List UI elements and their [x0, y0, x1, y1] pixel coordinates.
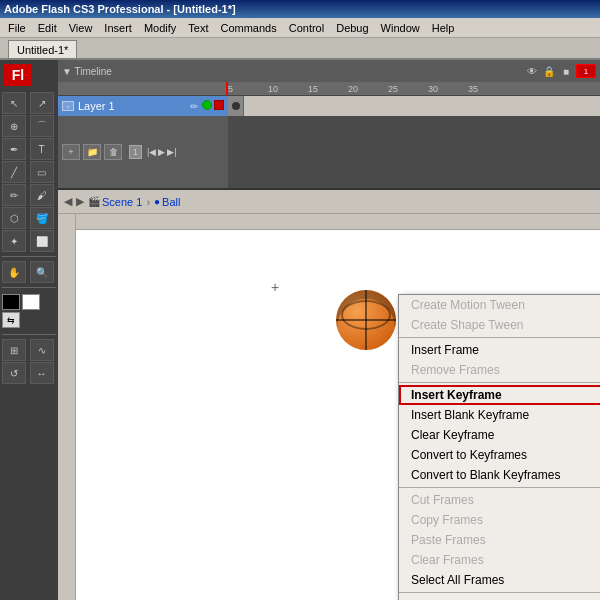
ctx-select-all-frames[interactable]: Select All Frames [399, 570, 600, 590]
ctx-remove-frames[interactable]: Remove Frames [399, 360, 600, 380]
edit-layer-icon[interactable]: ✏ [188, 100, 200, 112]
ctx-convert-to-blank-keyframes[interactable]: Convert to Blank Keyframes [399, 465, 600, 485]
timeline-bottom: + 📁 🗑 1 |◀ ▶ ▶| [58, 116, 600, 188]
scale-tool[interactable]: ↔ [30, 362, 54, 384]
object-link[interactable]: ● Ball [154, 196, 180, 208]
subselect-tool[interactable]: ↗ [30, 92, 54, 114]
frames-empty-area [228, 116, 600, 188]
select-tool[interactable]: ↖ [2, 92, 26, 114]
paint-bucket-tool[interactable]: 🪣 [30, 207, 54, 229]
vertical-ruler [58, 214, 76, 600]
view-tools: ✋ 🔍 [0, 259, 58, 285]
timeline-bottom-controls: + 📁 🗑 1 |◀ ▶ ▶| [58, 116, 228, 188]
ctx-convert-to-keyframes[interactable]: Convert to Keyframes [399, 445, 600, 465]
timeline-ruler: 5 10 15 20 25 30 35 [58, 82, 600, 96]
menu-edit[interactable]: Edit [32, 20, 63, 36]
swap-colors[interactable]: ⇆ [2, 312, 20, 328]
ctx-copy-motion[interactable]: Copy Motion [399, 595, 600, 600]
ctx-clear-frames[interactable]: Clear Frames [399, 550, 600, 570]
fl-logo: Fl [4, 64, 32, 86]
play-btn[interactable]: ▶ [158, 147, 165, 157]
eyedropper-tool[interactable]: ✦ [2, 230, 26, 252]
menu-file[interactable]: File [2, 20, 32, 36]
keyframe-cell[interactable] [228, 96, 244, 116]
fill-color[interactable] [22, 294, 40, 310]
timeline-icons: 👁 🔒 ■ 1 [525, 64, 596, 78]
ruler-mark: 5 [228, 84, 268, 94]
layer-controls: ✏ [188, 100, 224, 112]
ctx-create-motion-tween[interactable]: Create Motion Tween [399, 295, 600, 315]
scene-name: Scene 1 [102, 196, 142, 208]
ctx-sep-1 [399, 337, 600, 338]
eraser-tool[interactable]: ⬜ [30, 230, 54, 252]
prev-frame-btn[interactable]: |◀ [147, 147, 156, 157]
smooth-tool[interactable]: ∿ [30, 339, 54, 361]
lock-icon[interactable]: 🔒 [542, 64, 556, 78]
ctx-clear-keyframe[interactable]: Clear Keyframe [399, 425, 600, 445]
menu-view[interactable]: View [63, 20, 99, 36]
ctx-create-shape-tween[interactable]: Create Shape Tween [399, 315, 600, 335]
outline-layer-btn[interactable] [214, 100, 224, 110]
menu-commands[interactable]: Commands [214, 20, 282, 36]
eye-icon[interactable]: 👁 [525, 64, 539, 78]
content-area: ▼ Timeline 👁 🔒 ■ 1 5 10 15 20 25 [58, 60, 600, 600]
add-folder-btn[interactable]: 📁 [83, 144, 101, 160]
text-tool[interactable]: T [30, 138, 54, 160]
lock-layer-btn[interactable] [202, 100, 212, 110]
ctx-insert-keyframe[interactable]: Insert Keyframe [399, 385, 600, 405]
lasso-tool[interactable]: ⌒ [30, 115, 54, 137]
delete-layer-btn[interactable]: 🗑 [104, 144, 122, 160]
timeline-label: ▼ Timeline [62, 66, 112, 77]
menu-control[interactable]: Control [283, 20, 330, 36]
back-btn[interactable]: ◀ [64, 195, 72, 208]
basketball [336, 290, 396, 350]
pencil-tool[interactable]: ✏ [2, 184, 26, 206]
pen-tool[interactable]: ✒ [2, 138, 26, 160]
main-layout: Fl ↖ ↗ ⊕ ⌒ ✒ T ╱ ▭ ✏ 🖌 ⬡ 🪣 ✦ ⬜ ✋ [0, 60, 600, 600]
menu-text[interactable]: Text [182, 20, 214, 36]
toolbar-divider-1 [2, 256, 56, 257]
title-text: Adobe Flash CS3 Professional - [Untitled… [4, 3, 236, 15]
frame-counter: 1 [129, 147, 142, 157]
document-tab[interactable]: Untitled-1* [8, 40, 77, 58]
timeline-layer-row: ▫ Layer 1 ✏ [58, 96, 600, 116]
ctx-insert-blank-keyframe[interactable]: Insert Blank Keyframe [399, 405, 600, 425]
rect-tool[interactable]: ▭ [30, 161, 54, 183]
ctx-sep-4 [399, 592, 600, 593]
stroke-color[interactable] [2, 294, 20, 310]
free-transform-tool[interactable]: ⊕ [2, 115, 26, 137]
frame-indicator[interactable]: 1 [576, 64, 596, 78]
layer-frames[interactable] [228, 96, 600, 116]
canvas-area: + Create Motion Tween Create Shape Tween… [58, 214, 600, 600]
hand-tool[interactable]: ✋ [2, 261, 26, 283]
layer-name: Layer 1 [78, 100, 115, 112]
ctx-sep-3 [399, 487, 600, 488]
snap-tool[interactable]: ⊞ [2, 339, 26, 361]
breadcrumb-sep: › [146, 196, 150, 208]
toolbar-divider-3 [2, 334, 56, 335]
scene-bar: ◀ ▶ 🎬 Scene 1 › ● Ball [58, 190, 600, 214]
line-tool[interactable]: ╱ [2, 161, 26, 183]
new-layer-btn[interactable]: + [62, 144, 80, 160]
brush-tool[interactable]: 🖌 [30, 184, 54, 206]
zoom-tool[interactable]: 🔍 [30, 261, 54, 283]
ink-bottle-tool[interactable]: ⬡ [2, 207, 26, 229]
ctx-cut-frames[interactable]: Cut Frames [399, 490, 600, 510]
rotate-tool[interactable]: ↺ [2, 362, 26, 384]
ctx-insert-frame[interactable]: Insert Frame [399, 340, 600, 360]
ctx-copy-frames[interactable]: Copy Frames [399, 510, 600, 530]
outline-icon[interactable]: ■ [559, 64, 573, 78]
ctx-sep-2 [399, 382, 600, 383]
forward-btn[interactable]: ▶ [76, 195, 84, 208]
scene-link[interactable]: 🎬 Scene 1 [88, 196, 142, 208]
tab-label: Untitled-1* [17, 44, 68, 56]
next-frame-btn[interactable]: ▶| [167, 147, 176, 157]
menu-window[interactable]: Window [375, 20, 426, 36]
crosshair-icon: + [271, 280, 279, 294]
menu-debug[interactable]: Debug [330, 20, 374, 36]
menu-insert[interactable]: Insert [98, 20, 138, 36]
ctx-paste-frames[interactable]: Paste Frames [399, 530, 600, 550]
ruler-mark: 35 [468, 84, 508, 94]
menu-modify[interactable]: Modify [138, 20, 182, 36]
menu-help[interactable]: Help [426, 20, 461, 36]
